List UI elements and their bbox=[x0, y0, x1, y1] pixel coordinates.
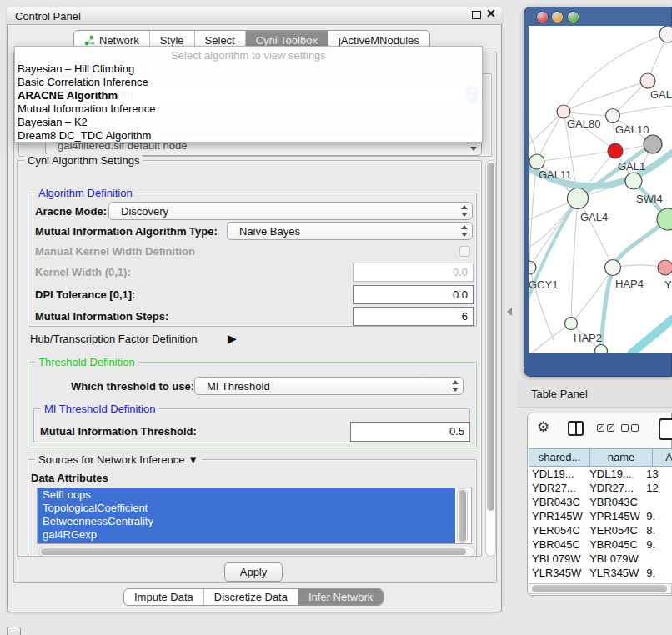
tab-impute-data[interactable]: Impute Data bbox=[124, 589, 204, 605]
combo-stepper-icon[interactable] bbox=[451, 380, 459, 392]
popup-item[interactable]: Bayesian – Hill Climbing bbox=[15, 62, 482, 76]
network-node-GAL4[interactable] bbox=[568, 188, 589, 209]
table-row[interactable]: YDR27...YDR27...12 bbox=[529, 481, 672, 495]
table-row[interactable]: YER054CYER054C8. bbox=[529, 523, 672, 538]
manual-kernel-checkbox[interactable] bbox=[459, 246, 470, 257]
popup-item[interactable]: Dream8 DC_TDC Algorithm bbox=[15, 129, 482, 142]
table-panel-bar: Table Panel bbox=[517, 380, 672, 408]
attribute-item-partial[interactable] bbox=[38, 542, 455, 544]
network-node-SWI4[interactable] bbox=[625, 172, 642, 189]
zoom-traffic-light[interactable] bbox=[568, 12, 579, 22]
scrollbar-thumb[interactable] bbox=[487, 162, 494, 511]
gear-icon[interactable]: ⚙ bbox=[537, 420, 549, 434]
dpi-tolerance-field[interactable]: 0.0 bbox=[353, 285, 474, 304]
network-node-GAL1[interactable] bbox=[608, 143, 623, 158]
table-row[interactable]: YBR045CYBR045C9. bbox=[529, 538, 672, 552]
network-edge-thick bbox=[631, 319, 672, 353]
scrollbar-thumb[interactable] bbox=[41, 548, 466, 555]
settings-scrollbar[interactable] bbox=[485, 160, 496, 557]
network-node-top-right[interactable] bbox=[659, 26, 672, 42]
collapse-arrow-icon[interactable]: ▼ bbox=[188, 453, 198, 466]
table-cell: YER054C bbox=[584, 523, 641, 538]
popup-header: Select algorithm to view settings bbox=[15, 49, 482, 62]
select-unchecked-icon[interactable] bbox=[631, 424, 639, 432]
minimized-panel-icon[interactable] bbox=[7, 627, 21, 635]
network-node-bottom-node[interactable] bbox=[595, 345, 608, 354]
data-attributes-list[interactable]: SelfLoopsTopologicalCoefficientBetweenne… bbox=[37, 488, 472, 544]
network-edge bbox=[578, 198, 613, 268]
apply-button[interactable]: Apply bbox=[224, 562, 283, 582]
network-node-HAP2[interactable] bbox=[565, 318, 578, 330]
algorithm-definition-title: Algorithm Definition bbox=[35, 187, 136, 199]
algorithm-popup: Select algorithm to view settings Bayesi… bbox=[14, 46, 483, 142]
minimize-traffic-light[interactable] bbox=[552, 12, 563, 22]
table-row[interactable]: YBL079WYBL079W bbox=[529, 552, 672, 566]
document-icon[interactable] bbox=[659, 418, 672, 440]
select-checked-icon[interactable]: ✓ bbox=[597, 424, 604, 432]
attribute-item[interactable]: BetweennessCentrality bbox=[38, 515, 455, 528]
table-cell: YPR145W bbox=[584, 509, 641, 523]
tab-infer-network[interactable]: Infer Network bbox=[298, 589, 383, 605]
network-node-gal-pink[interactable] bbox=[640, 73, 655, 88]
select-checked-icon[interactable]: ✓ bbox=[607, 424, 614, 432]
table-h-scrollbar[interactable] bbox=[529, 583, 672, 594]
network-node-gray-node[interactable] bbox=[644, 135, 662, 153]
table-cell: YDR27... bbox=[529, 481, 584, 495]
table-row[interactable]: YDL19...YDL19...13 bbox=[529, 467, 672, 481]
popup-item[interactable]: Bayesian – K2 bbox=[15, 116, 482, 129]
column-header-A[interactable]: A bbox=[653, 448, 672, 467]
network-edge bbox=[537, 112, 564, 162]
attribute-item[interactable]: SelfLoops bbox=[38, 488, 455, 502]
table-cell: YBR043C bbox=[584, 495, 641, 509]
table-row[interactable]: YPR145WYPR145W9. bbox=[529, 509, 672, 523]
tab-discretize-data[interactable]: Discretize Data bbox=[204, 589, 298, 605]
table-row[interactable]: YBR043CYBR043C bbox=[529, 495, 672, 509]
split-columns-icon[interactable] bbox=[568, 421, 584, 436]
scrollbar-thumb[interactable] bbox=[532, 585, 667, 592]
network-node-GCY1[interactable] bbox=[529, 261, 536, 274]
popup-item[interactable]: ARACNE Algorithm bbox=[15, 89, 482, 102]
close-traffic-light[interactable] bbox=[537, 12, 548, 22]
table-cell: 9. bbox=[641, 509, 672, 523]
float-window-icon[interactable] bbox=[472, 11, 481, 19]
attributes-scrollbar[interactable] bbox=[457, 488, 468, 543]
network-node-HAP4[interactable] bbox=[605, 260, 621, 276]
popup-item[interactable]: Mutual Information Inference bbox=[15, 102, 482, 116]
attribute-item[interactable]: TopologicalCoefficient bbox=[38, 502, 455, 515]
combo-stepper-icon[interactable] bbox=[460, 225, 468, 237]
network-node-label: SWI4 bbox=[636, 192, 663, 205]
mi-type-combo[interactable]: Naive Bayes bbox=[227, 222, 473, 240]
network-node-label: Y bbox=[664, 278, 672, 291]
network-node-GAL10[interactable] bbox=[606, 109, 620, 123]
close-icon[interactable]: ✕ bbox=[486, 7, 498, 20]
tab-label: Cyni Toolbox bbox=[256, 34, 318, 47]
network-node-GAL11[interactable] bbox=[529, 154, 544, 169]
mi-threshold-field[interactable]: 0.5 bbox=[350, 422, 470, 442]
column-header-name[interactable]: name bbox=[590, 448, 653, 467]
network-node-salmon-node[interactable] bbox=[658, 260, 672, 275]
control-panel-titlebar[interactable]: Control Panel bbox=[7, 7, 502, 25]
attributes-h-scrollbar[interactable] bbox=[38, 547, 475, 557]
which-threshold-combo[interactable]: MI Threshold bbox=[194, 377, 464, 395]
kernel-width-field[interactable]: 0.0 bbox=[353, 262, 474, 282]
tab-label: jActiveMNodules bbox=[339, 34, 419, 47]
select-unchecked-icon[interactable] bbox=[621, 424, 629, 432]
expand-arrow-icon[interactable]: ▶ bbox=[228, 332, 237, 345]
aracne-mode-combo[interactable]: Discovery bbox=[108, 202, 473, 220]
table-cell: YBR045C bbox=[529, 538, 584, 552]
network-node-GAL80[interactable] bbox=[557, 105, 570, 118]
attribute-item[interactable]: gal4RGexp bbox=[38, 528, 455, 542]
column-header-shared[interactable]: shared... bbox=[529, 448, 590, 467]
scrollbar-thumb[interactable] bbox=[459, 490, 466, 542]
network-edge bbox=[571, 198, 578, 323]
mi-steps-field[interactable]: 6 bbox=[353, 307, 474, 326]
table-cell: 8. bbox=[641, 523, 672, 538]
hub-definition-label[interactable]: Hub/Transcription Factor Definition bbox=[30, 332, 197, 345]
popup-item[interactable]: Basic Correlation Inference bbox=[15, 76, 482, 89]
combo-stepper-icon[interactable] bbox=[460, 205, 468, 217]
table-row[interactable]: YLR345WYLR345W9. bbox=[529, 566, 672, 580]
table-cell: YLR345W bbox=[584, 566, 641, 580]
split-collapse-icon[interactable] bbox=[507, 308, 512, 316]
dpi-tolerance-label: DPI Tolerance [0,1]: bbox=[35, 288, 135, 301]
network-canvas[interactable]: GALGAL80GAL10GAL1GAL11SWI4GAL4GCY1HAP4YH… bbox=[529, 26, 672, 353]
